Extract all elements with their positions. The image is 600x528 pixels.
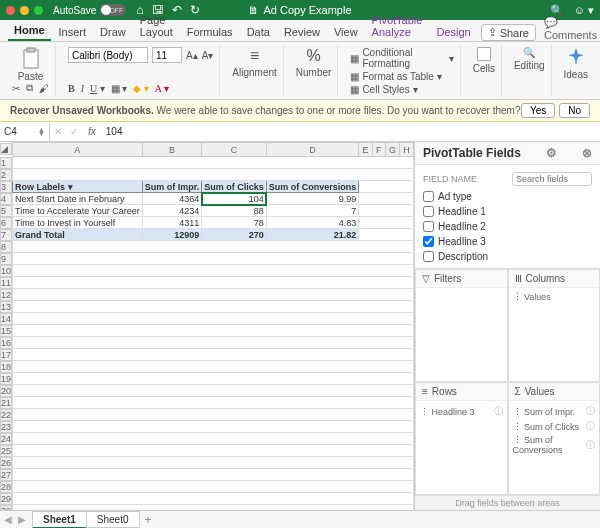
name-box[interactable]: C4 ▲▼: [0, 122, 50, 141]
zoom-window-button[interactable]: [34, 6, 43, 15]
border-button[interactable]: ▦ ▾: [111, 83, 128, 94]
formula-value[interactable]: 104: [102, 126, 127, 137]
tab-draw[interactable]: Draw: [94, 23, 132, 41]
increase-font-icon[interactable]: A▴: [186, 50, 198, 61]
menu-tabs: Home Insert Draw Page Layout Formulas Da…: [0, 20, 600, 42]
copy-icon[interactable]: ⧉: [26, 82, 33, 94]
conditional-formatting-button[interactable]: ▦Conditional Formatting ▾: [350, 47, 453, 69]
autosave-label: AutoSave: [53, 5, 96, 16]
prev-sheet-icon[interactable]: ◀: [4, 514, 12, 525]
col-header-d[interactable]: D: [266, 143, 359, 157]
cell-styles-button[interactable]: ▦Cell Styles ▾: [350, 84, 453, 95]
user-icon[interactable]: ☺ ▾: [574, 4, 594, 17]
fx-label[interactable]: fx: [82, 126, 102, 137]
info-icon[interactable]: ⓘ: [494, 405, 503, 418]
tab-insert[interactable]: Insert: [53, 23, 93, 41]
recovery-text: We were able to save changes to one or m…: [157, 105, 521, 116]
font-color-button[interactable]: A ▾: [155, 83, 169, 94]
tab-view[interactable]: View: [328, 23, 364, 41]
tab-data[interactable]: Data: [241, 23, 276, 41]
decrease-font-icon[interactable]: A▾: [202, 50, 214, 61]
ideas-button[interactable]: Ideas: [564, 47, 588, 80]
format-painter-icon[interactable]: 🖌: [39, 83, 49, 94]
editing-button[interactable]: 🔍 Editing: [514, 47, 545, 71]
col-header-h[interactable]: H: [400, 143, 414, 157]
cancel-formula-icon[interactable]: ✕: [50, 126, 66, 137]
document-title: 🗎 Ad Copy Example: [248, 4, 351, 16]
underline-button[interactable]: U ▾: [90, 83, 105, 94]
cells-button[interactable]: Cells: [473, 47, 495, 74]
tab-home[interactable]: Home: [8, 21, 51, 41]
pivot-header[interactable]: Row Labels ▾: [13, 181, 143, 193]
autosave-switch[interactable]: OFF: [100, 4, 126, 16]
add-sheet-button[interactable]: +: [145, 513, 152, 527]
zone-rows-label: Rows: [432, 386, 457, 397]
spreadsheet-grid[interactable]: ◢ A B C D E F G H 1 2 3 Row Labels ▾ Sum…: [0, 142, 414, 510]
paste-button[interactable]: Paste: [12, 47, 49, 82]
tab-review[interactable]: Review: [278, 23, 326, 41]
font-size-input[interactable]: [152, 47, 182, 63]
share-button[interactable]: ⇪Share: [481, 24, 536, 41]
zone-values[interactable]: ⋮ Sum of Impr.ⓘ ⋮ Sum of Clicksⓘ ⋮ Sum o…: [509, 401, 600, 494]
name-box-dropdown-icon[interactable]: ▲▼: [38, 128, 45, 136]
field-description[interactable]: Description: [423, 249, 592, 264]
svg-rect-1: [27, 48, 35, 52]
sigma-icon: Σ: [515, 386, 521, 397]
redo-icon[interactable]: ↻: [190, 3, 200, 17]
italic-button[interactable]: I: [81, 83, 84, 94]
recovery-yes-button[interactable]: Yes: [521, 103, 555, 118]
search-icon[interactable]: 🔍: [550, 4, 564, 17]
zone-columns[interactable]: ⋮ Values: [509, 288, 600, 381]
funnel-icon: ▽: [422, 273, 430, 284]
info-icon[interactable]: ⓘ: [586, 420, 595, 433]
info-icon[interactable]: ⓘ: [586, 439, 595, 452]
zone-columns-label: Columns: [526, 273, 565, 284]
pivot-title: PivotTable Fields: [423, 146, 521, 160]
col-header-e[interactable]: E: [359, 143, 372, 157]
tab-design[interactable]: Design: [430, 23, 476, 41]
tab-formulas[interactable]: Formulas: [181, 23, 239, 41]
comments-button[interactable]: 💬 Comments: [544, 16, 597, 41]
svg-rect-0: [24, 50, 38, 68]
fill-color-button[interactable]: ◆ ▾: [133, 83, 149, 94]
gear-icon[interactable]: ⚙: [546, 146, 557, 160]
sheet-tab-sheet0[interactable]: Sheet0: [86, 511, 140, 528]
field-ad-type[interactable]: Ad type: [423, 189, 592, 204]
accept-formula-icon[interactable]: ✓: [66, 126, 82, 137]
minimize-window-button[interactable]: [20, 6, 29, 15]
recovery-no-button[interactable]: No: [559, 103, 590, 118]
zone-rows[interactable]: ⋮ Headline 3ⓘ: [416, 401, 507, 494]
format-as-table-button[interactable]: ▦Format as Table ▾: [350, 71, 453, 82]
filter-dropdown-icon[interactable]: ▾: [68, 182, 73, 192]
field-headline-3[interactable]: Headline 3: [423, 234, 592, 249]
selected-cell[interactable]: 104: [202, 193, 267, 205]
next-sheet-icon[interactable]: ▶: [18, 514, 26, 525]
col-header-c[interactable]: C: [202, 143, 267, 157]
table-icon: ▦: [350, 71, 359, 82]
tab-pivottable-analyze[interactable]: PivotTable Analyze: [366, 11, 429, 41]
col-header-a[interactable]: A: [13, 143, 143, 157]
sheet-tab-sheet1[interactable]: Sheet1: [32, 511, 87, 529]
col-header-f[interactable]: F: [372, 143, 385, 157]
col-header-g[interactable]: G: [385, 143, 399, 157]
cut-icon[interactable]: ✂: [12, 83, 20, 94]
autosave-toggle[interactable]: AutoSave OFF: [53, 4, 126, 16]
ribbon: Paste ✂ ⧉ 🖌 A▴ A▾ B I U ▾ ▦ ▾ ◆ ▾ A ▾ ≡ …: [0, 42, 600, 100]
close-window-button[interactable]: [6, 6, 15, 15]
field-headline-2[interactable]: Headline 2: [423, 219, 592, 234]
close-icon[interactable]: ⊗: [582, 146, 592, 160]
tab-page-layout[interactable]: Page Layout: [134, 11, 179, 41]
col-header-b[interactable]: B: [142, 143, 202, 157]
field-headline-1[interactable]: Headline 1: [423, 204, 592, 219]
select-all-corner[interactable]: ◢: [0, 143, 12, 155]
font-name-input[interactable]: [68, 47, 148, 63]
align-icon: ≡: [250, 47, 259, 65]
clipboard-icon: [21, 47, 41, 69]
bold-button[interactable]: B: [68, 83, 75, 94]
zone-filters[interactable]: [416, 288, 507, 381]
info-icon[interactable]: ⓘ: [586, 405, 595, 418]
search-fields-input[interactable]: [512, 172, 592, 186]
number-format-button[interactable]: % Number: [296, 47, 332, 78]
recovery-bar: Recover Unsaved Workbooks. We were able …: [0, 100, 600, 122]
alignment-button[interactable]: ≡ Alignment: [232, 47, 276, 78]
